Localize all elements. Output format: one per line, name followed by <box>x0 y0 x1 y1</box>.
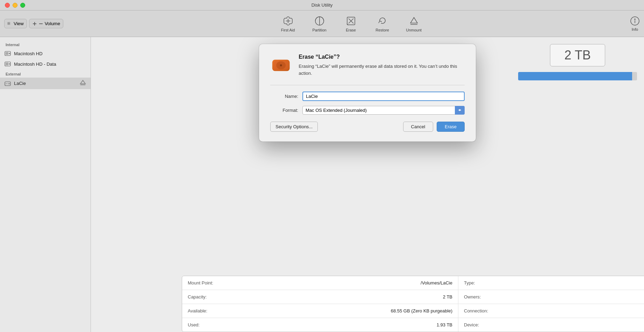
format-select[interactable]: Mac OS Extended (Journaled) Mac OS Exten… <box>302 106 465 115</box>
minus-icon <box>38 21 43 26</box>
plus-icon <box>32 21 37 26</box>
close-button[interactable] <box>5 3 10 8</box>
toolbar-left: View Volume <box>4 19 63 28</box>
unmount-icon <box>408 15 420 27</box>
svg-rect-1 <box>9 22 10 23</box>
toolbar: View Volume First Aid <box>0 10 644 37</box>
toolbar-center: First Aid Partition Erase <box>72 15 630 32</box>
svg-rect-0 <box>8 22 9 23</box>
view-label: View <box>14 21 24 26</box>
sidebar-item-label: Macintosh HD <box>14 51 43 56</box>
dialog-form: Name: Format: Mac OS Extended (Journaled… <box>270 85 465 132</box>
name-label: Name: <box>270 94 298 99</box>
svg-rect-2 <box>8 24 9 25</box>
info-button[interactable]: Info <box>630 16 640 31</box>
title-bar: Disk Utility <box>0 0 644 10</box>
sidebar-item-macintosh-hd-data[interactable]: Macintosh HD - Data <box>0 59 91 69</box>
svg-point-24 <box>9 63 10 65</box>
minimize-button[interactable] <box>13 3 17 8</box>
main-area: Internal Macintosh HD Macintosh HD - Dat… <box>0 37 644 332</box>
volume-label: Volume <box>45 21 60 26</box>
info-icon <box>630 16 640 26</box>
restore-icon <box>377 15 388 27</box>
name-row: Name: <box>270 92 465 101</box>
dialog-header: Erase “LaCie”? Erasing “LaCie” will perm… <box>270 54 465 77</box>
eject-icon[interactable] <box>79 79 86 87</box>
restore-label: Restore <box>375 28 389 32</box>
unmount-button[interactable]: Unmount <box>403 15 424 32</box>
dialog-overlay: Erase “LaCie”? Erasing “LaCie” will perm… <box>91 37 644 332</box>
internal-section-header: Internal <box>0 40 91 48</box>
restore-button[interactable]: Restore <box>372 15 393 32</box>
svg-point-34 <box>280 64 282 66</box>
partition-button[interactable]: Partition <box>309 15 330 32</box>
format-select-wrapper: Mac OS Extended (Journaled) Mac OS Exten… <box>302 106 465 115</box>
volume-button[interactable]: Volume <box>29 19 63 28</box>
dialog-buttons: Security Options... Cancel Erase <box>270 122 465 132</box>
svg-rect-3 <box>9 24 10 25</box>
sidebar-item-macintosh-hd[interactable]: Macintosh HD <box>0 48 91 59</box>
external-drive-icon <box>4 80 11 87</box>
hd-data-icon <box>4 60 11 67</box>
first-aid-button[interactable]: First Aid <box>278 15 299 32</box>
maximize-button[interactable] <box>20 3 25 8</box>
info-label: Info <box>632 27 638 31</box>
chevron-down-icon <box>12 22 12 26</box>
content-area: Erase “LaCie”? Erasing “LaCie” will perm… <box>91 37 644 332</box>
unmount-label: Unmount <box>406 28 422 32</box>
security-options-button[interactable]: Security Options... <box>270 122 318 132</box>
grid-icon <box>7 22 10 25</box>
dialog-description: Erasing “LaCie” will permanently erase a… <box>299 63 465 77</box>
sidebar-item-label: Macintosh HD - Data <box>14 62 56 67</box>
name-input[interactable] <box>302 92 465 101</box>
svg-marker-28 <box>80 80 85 84</box>
partition-label: Partition <box>312 28 326 32</box>
erase-icon <box>345 15 357 27</box>
svg-rect-23 <box>6 63 8 65</box>
format-label: Format: <box>270 108 298 113</box>
sidebar-item-lacie[interactable]: LaCie <box>0 78 91 89</box>
sidebar: Internal Macintosh HD Macintosh HD - Dat… <box>0 37 91 332</box>
window-title: Disk Utility <box>312 2 333 8</box>
first-aid-icon <box>282 15 294 27</box>
erase-label: Erase <box>346 28 356 32</box>
erase-confirm-button[interactable]: Erase <box>437 122 465 132</box>
dialog-title: Erase “LaCie”? <box>299 54 465 60</box>
external-section-header: External <box>0 69 91 78</box>
first-aid-label: First Aid <box>281 28 295 32</box>
svg-point-26 <box>8 83 10 84</box>
svg-point-21 <box>9 53 10 54</box>
svg-marker-14 <box>410 17 417 23</box>
dialog-body: Erase “LaCie”? Erasing “LaCie” will perm… <box>299 54 465 77</box>
sidebar-item-label: LaCie <box>14 81 26 86</box>
traffic-lights[interactable] <box>5 3 25 8</box>
partition-icon <box>314 15 325 27</box>
svg-rect-20 <box>6 52 8 55</box>
lacie-drive-icon <box>270 54 292 76</box>
format-row: Format: Mac OS Extended (Journaled) Mac … <box>270 106 465 115</box>
erase-button[interactable]: Erase <box>341 15 362 32</box>
hd-icon <box>4 50 11 57</box>
cancel-button[interactable]: Cancel <box>403 122 433 132</box>
view-button[interactable]: View <box>4 19 27 28</box>
svg-point-18 <box>635 19 635 20</box>
erase-dialog: Erase “LaCie”? Erasing “LaCie” will perm… <box>259 44 476 142</box>
